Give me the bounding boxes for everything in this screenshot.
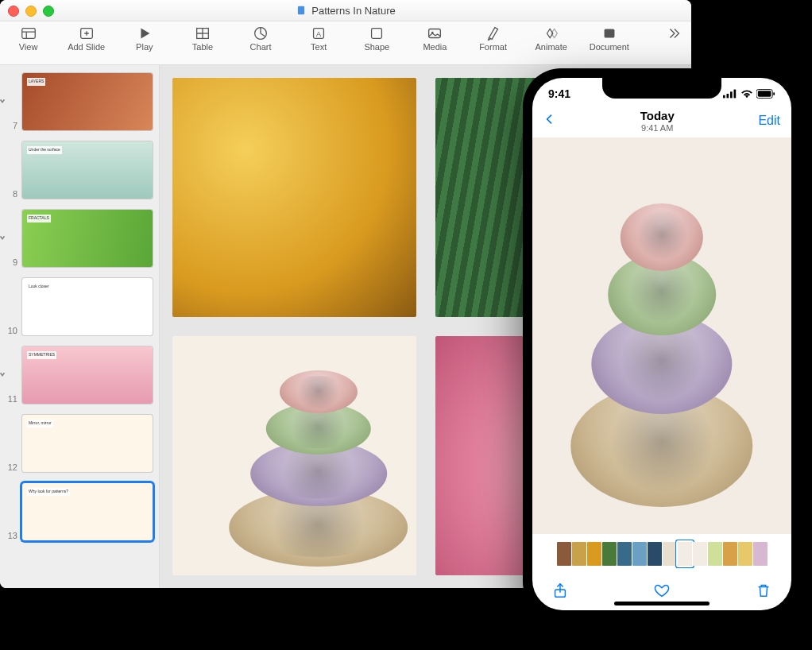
filmstrip-thumb[interactable] (738, 542, 752, 566)
slide-thumbnail-11[interactable]: 11SYMMETRIES (0, 343, 159, 412)
disclosure-chevron-icon[interactable] (0, 367, 6, 381)
slide-thumb: Under the surface (22, 141, 153, 199)
cellular-icon (723, 89, 737, 99)
heart-icon (653, 582, 671, 599)
wifi-icon (740, 89, 753, 99)
filmstrip-thumb[interactable] (587, 542, 601, 566)
svg-rect-15 (429, 29, 441, 38)
canvas-image-urchin-stack[interactable] (172, 336, 416, 575)
text-button[interactable]: A Text (299, 25, 339, 52)
filmstrip-thumb[interactable] (617, 542, 632, 566)
chart-icon (252, 25, 269, 42)
table-button[interactable]: Table (182, 25, 222, 52)
view-button[interactable]: View (8, 25, 48, 52)
slide-thumb: Mirror, mirror (22, 415, 153, 472)
disclosure-chevron-icon[interactable] (0, 230, 6, 245)
iphone-device: 9:41 Today 9:41 AM Edit (523, 68, 801, 620)
filmstrip-thumb[interactable] (602, 542, 617, 566)
toolbar-overflow-button[interactable] (664, 25, 683, 42)
animate-icon (543, 25, 560, 42)
filmstrip-thumb[interactable] (663, 542, 677, 566)
document-icon (601, 25, 618, 42)
urchin-stack-photo (559, 157, 766, 514)
shape-button[interactable]: Shape (357, 25, 397, 52)
home-indicator[interactable] (614, 602, 710, 606)
window-title: Patterns In Nature (296, 5, 396, 17)
fullscreen-button[interactable] (43, 6, 54, 17)
svg-rect-17 (604, 29, 614, 38)
back-button[interactable] (543, 111, 556, 130)
slide-thumbnail-8[interactable]: 8Under the surface (0, 138, 159, 207)
slide-title: Mirror, mirror (27, 420, 53, 428)
filmstrip-thumb[interactable] (572, 542, 586, 566)
close-button[interactable] (8, 6, 19, 17)
slide-title: LAYERS (27, 78, 45, 86)
slide-title: FRACTALS (27, 215, 51, 222)
slide-thumbnail-10[interactable]: 10Look closer (0, 275, 159, 343)
minimize-button[interactable] (25, 6, 37, 17)
add-slide-icon (78, 25, 95, 42)
add-slide-button[interactable]: Add Slide (66, 25, 106, 52)
slide-thumb: LAYERS (22, 73, 153, 130)
slide-thumb: Look closer (22, 278, 153, 335)
slide-number: 10 (3, 326, 17, 335)
slide-number: 11 (3, 394, 17, 404)
delete-button[interactable] (755, 582, 772, 602)
slide-number: 9 (3, 257, 17, 267)
disclosure-chevron-icon[interactable] (0, 94, 6, 108)
svg-rect-21 (734, 90, 737, 99)
text-icon: A (310, 25, 327, 42)
filmstrip-thumb[interactable] (557, 542, 571, 566)
slide-thumbnail-12[interactable]: 12Mirror, mirror (0, 412, 159, 480)
chart-button[interactable]: Chart (241, 25, 281, 52)
chevron-right-double-icon (665, 25, 682, 42)
photos-title: Today 9:41 AM (640, 110, 675, 133)
svg-marker-7 (141, 29, 149, 39)
document-icon (296, 5, 307, 16)
edit-button[interactable]: Edit (758, 114, 780, 128)
svg-rect-19 (727, 94, 729, 98)
filmstrip-thumb[interactable] (693, 542, 707, 566)
filmstrip-thumb[interactable] (632, 542, 647, 566)
photo-viewer[interactable] (532, 137, 791, 534)
play-icon (136, 25, 153, 42)
document-button[interactable]: Document (589, 25, 629, 52)
svg-rect-20 (730, 91, 733, 98)
slide-thumbnail-7[interactable]: 7LAYERS (0, 70, 159, 138)
slide-thumbnail-13[interactable]: 13Why look for patterns? (0, 480, 159, 548)
shape-icon (368, 25, 385, 42)
media-button[interactable]: Media (415, 25, 455, 52)
svg-rect-0 (298, 6, 304, 15)
canvas-image-honeycomb[interactable] (172, 78, 416, 317)
iphone-screen: 9:41 Today 9:41 AM Edit (532, 78, 791, 610)
animate-button[interactable]: Animate (531, 25, 571, 52)
format-button[interactable]: Format (473, 25, 513, 52)
slide-navigator[interactable]: 7LAYERS8Under the surface9FRACTALS10Look… (0, 65, 160, 588)
traffic-lights (8, 6, 54, 17)
slide-thumb: SYMMETRIES (22, 346, 153, 404)
play-button[interactable]: Play (124, 25, 164, 52)
svg-rect-18 (723, 95, 725, 99)
iphone-notch (602, 78, 721, 99)
view-icon (20, 25, 37, 42)
status-time: 9:41 (548, 87, 570, 100)
battery-icon (756, 89, 775, 99)
favorite-button[interactable] (653, 582, 671, 602)
format-icon (485, 25, 502, 42)
slide-thumbnail-9[interactable]: 9FRACTALS (0, 207, 159, 275)
svg-text:A: A (316, 30, 322, 38)
filmstrip-thumb[interactable] (753, 542, 768, 566)
toolbar: View Add Slide Play Table Chart A Text S… (0, 21, 691, 65)
filmstrip-thumb[interactable] (723, 542, 737, 566)
filmstrip-thumb[interactable] (648, 542, 662, 566)
photo-filmstrip[interactable] (532, 534, 791, 574)
titlebar: Patterns In Nature (0, 0, 691, 21)
svg-rect-1 (21, 29, 35, 39)
slide-title: Under the surface (27, 146, 62, 154)
filmstrip-thumb[interactable] (678, 542, 692, 566)
share-button[interactable] (551, 582, 569, 602)
slide-thumb: FRACTALS (22, 210, 153, 267)
photos-header: Today 9:41 AM Edit (532, 110, 791, 137)
slide-number: 8 (3, 189, 17, 199)
filmstrip-thumb[interactable] (708, 542, 722, 566)
